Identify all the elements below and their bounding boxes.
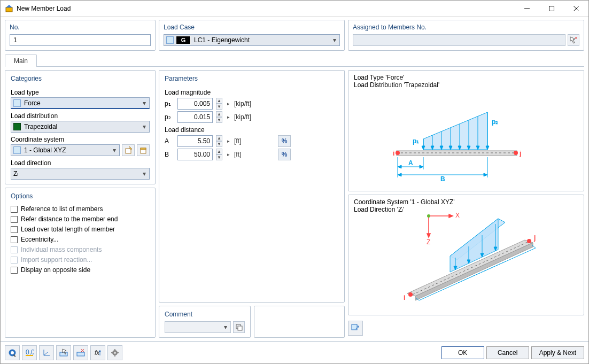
svg-marker-52 [449,214,453,218]
svg-rect-14 [238,326,242,330]
load-dist-select[interactable]: Trapezoidal ▾ [11,121,150,133]
svg-text:fx: fx [95,349,100,357]
checkbox-icon [11,236,18,243]
diagram1-line1: Load Type 'Force' [354,74,578,81]
B-input[interactable] [177,149,213,160]
close-button[interactable] [564,1,588,16]
chevron-down-icon: ▾ [330,36,339,44]
svg-point-97 [114,352,116,354]
p1-spinner[interactable]: ▲▼ [216,98,222,110]
svg-point-17 [396,151,400,155]
opt-refer-distance-end[interactable]: Refer distance to the member end [11,215,150,223]
checkbox-icon [11,267,18,274]
step-right-icon[interactable]: ▸ [226,135,231,147]
comment-title: Comment [165,308,245,321]
opt-eccentricity[interactable]: Eccentricity... [11,236,150,243]
step-right-icon[interactable]: ▸ [226,149,231,160]
assigned-members-label: Assigned to Members No. [353,20,579,34]
header-row: No. Load Case G LC1 - Eigengewicht ▾ Ass… [1,17,588,51]
options-title: Options [11,190,150,203]
B-row: B ▲▼ ▸ [ft] % [165,149,339,160]
delete-load-button[interactable] [73,345,88,360]
load-dir-value: Zₗ [13,170,140,177]
categories-title: Categories [11,73,150,86]
edit-coord-sys-button[interactable] [137,144,150,156]
p2-spinner[interactable]: ▲▼ [216,111,222,123]
load-case-category-badge: G [176,36,191,44]
p1-input[interactable] [177,98,213,110]
p2-input[interactable] [177,111,213,123]
svg-point-55 [427,214,430,218]
dialog-body: Categories Load type Force ▾ Load distri… [1,67,588,341]
parameters-group: Parameters Load magnitude p₁ ▲▼ ▸ [kip/f… [159,70,345,303]
A-input[interactable] [177,135,213,147]
svg-point-81 [11,351,14,354]
coord-sys-select[interactable]: 1 - Global XYZ ▾ [11,144,120,156]
coord-sys-swatch-icon [13,146,21,154]
pick-members-button[interactable] [568,34,579,46]
chevron-down-icon: ▾ [140,123,149,130]
A-spinner[interactable]: ▲▼ [216,135,222,147]
new-coord-sys-button[interactable] [122,144,135,156]
middle-column: Parameters Load magnitude p₁ ▲▼ ▸ [kip/f… [159,70,345,338]
right-column: Load Type 'Force' Load Distribution 'Tra… [348,70,584,338]
step-right-icon[interactable]: ▸ [226,98,231,110]
ok-button[interactable]: OK [441,346,484,359]
svg-text:0,00: 0,00 [26,348,34,356]
tab-main[interactable]: Main [5,55,37,67]
step-right-icon[interactable]: ▸ [226,111,231,123]
maximize-button[interactable] [539,1,564,16]
opt-load-over-total-length[interactable]: Load over total length of member [11,226,150,233]
window-title: New Member Load [17,5,515,12]
settings-gear-button[interactable] [107,345,122,360]
load-dist-swatch-icon [13,123,21,130]
svg-rect-79 [352,324,357,330]
svg-line-87 [44,352,48,355]
svg-text:Z: Z [427,238,430,246]
axis-button[interactable] [39,345,54,360]
load-dir-select[interactable]: Zₗ ▾ [11,168,150,180]
no-input[interactable] [10,34,151,46]
B-percent-button[interactable]: % [278,149,291,160]
load-case-text: LC1 - Eigengewicht [194,36,330,44]
assigned-members-input[interactable] [353,34,565,46]
chevron-down-icon: ▾ [140,170,149,177]
pointer-button[interactable] [56,345,71,360]
svg-text:i: i [404,294,405,301]
load-case-label: Load Case [164,20,340,34]
isometric-load-illustration: X Z i j [348,203,578,315]
load-type-select[interactable]: Force ▾ [11,97,150,109]
opt-display-opposite[interactable]: Display on opposite side [11,266,150,274]
units-button[interactable]: 0,00 [22,345,37,360]
load-case-swatch [166,36,174,44]
B-spinner[interactable]: ▲▼ [216,149,222,160]
comment-copy-button[interactable] [233,321,245,333]
options-group: Options Reference to list of members Ref… [5,188,156,338]
A-percent-button[interactable]: % [278,135,291,147]
parameters-title: Parameters [165,73,339,86]
function-button[interactable]: fx [90,345,105,360]
help-button[interactable] [5,345,20,360]
svg-marker-6 [570,37,575,43]
diagram-tools [348,319,584,338]
comment-group: Comment ▾ [159,306,251,338]
load-type-swatch-icon [13,99,21,107]
p1-unit: [kip/ft] [234,100,257,107]
comment-select[interactable]: ▾ [165,321,231,333]
minimize-button[interactable] [515,1,539,16]
A-unit: [ft] [234,137,257,145]
opt-reference-list[interactable]: Reference to list of members [11,205,150,213]
load-case-select[interactable]: G LC1 - Eigengewicht ▾ [164,34,340,46]
checkbox-icon [11,246,18,253]
load-case-field-group: Load Case G LC1 - Eigengewicht ▾ [159,20,345,51]
magnitude-label: Load magnitude [165,89,339,96]
A-row: A ▲▼ ▸ [ft] % [165,135,339,147]
svg-text:X: X [455,212,460,219]
load-dist-value: Trapezoidal [24,123,140,130]
p2-label: p₂ [165,113,174,121]
diagram-swap-button[interactable] [348,321,363,336]
apply-next-button[interactable]: Apply & Next [531,346,584,359]
chevron-down-icon: ▾ [110,146,119,154]
trapezoidal-load-illustration: i j p₁ p₂ [348,92,578,191]
cancel-button[interactable]: Cancel [486,346,529,359]
